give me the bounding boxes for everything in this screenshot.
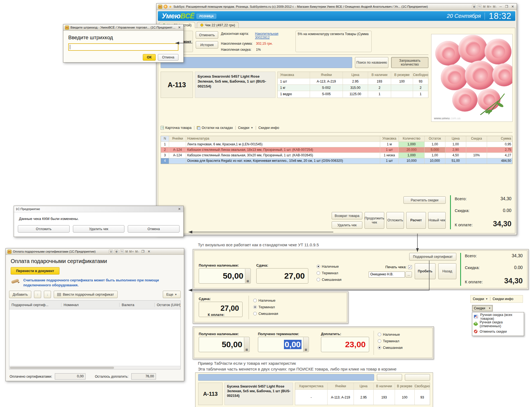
gift-certificates-window: 1С Оплата подарочными сертификатами (1С:… [5, 248, 184, 381]
table-row-selected[interactable]: 4 Основа для браслета Regaliz из нат. ко… [161, 158, 512, 164]
link-discounts-info[interactable]: Скидки инфо [258, 126, 279, 130]
calculator-icon[interactable]: ▦ [244, 337, 249, 352]
chevron-down-icon: ▼ [251, 126, 253, 129]
menu-item-cancel-discounts[interactable]: Отменить скидки [472, 328, 524, 335]
table-row[interactable]: 3 А-124 Кабошон стеклянный Линза овальна… [161, 153, 512, 158]
cash-received-input[interactable]: 50,00 ▦ [199, 337, 250, 352]
photo-watermark: www.umeu.com.ua [434, 117, 460, 120]
link-product-card[interactable]: Карточка товара [161, 126, 192, 130]
memory-buttons[interactable]: M M+ M- [125, 250, 139, 253]
more-button[interactable]: Еще ▼ [163, 291, 181, 298]
kkm-dialog: 1С:Предприятие ✕ Данные чека ККМ были из… [14, 206, 184, 237]
cancel-card-button[interactable]: Отменить [196, 31, 218, 39]
maximize-icon[interactable]: ❐ [141, 250, 145, 253]
cut-button[interactable] [377, 374, 402, 381]
add-button[interactable]: Добавить [9, 291, 31, 298]
cut-button[interactable] [405, 374, 430, 381]
product-stock-table: Упаковка Ячейки Цена В наличии В резерве… [277, 72, 428, 98]
memory-buttons[interactable]: M M+ M- [483, 5, 497, 8]
radio-mixed[interactable]: Смешанная [378, 346, 403, 350]
product-search-input[interactable] [161, 57, 352, 68]
radio-terminal[interactable]: Терминал [378, 339, 403, 343]
text-cursor [70, 45, 70, 49]
table-row[interactable]: - А-113; А-219 2.95 193 100 93 [295, 390, 430, 405]
menu-item-manual-discount-marked[interactable]: Ручная скидка (отмеченных) [472, 320, 524, 328]
cashier-input[interactable]: Онищенко Н.В. [369, 272, 405, 278]
close-icon[interactable]: ✕ [510, 5, 515, 9]
certificates-table-body[interactable] [9, 309, 180, 366]
transfer-to-document-button[interactable]: Перенести в документ [11, 267, 59, 275]
back-button[interactable]: Назад [438, 263, 456, 279]
table-row[interactable]: 1 ведро S-005 1125.00 1 1 [278, 91, 428, 97]
star-icon[interactable]: ★ [169, 5, 172, 9]
cancel-button[interactable]: Отмена [128, 225, 180, 233]
cashier-select-button[interactable]: ... [405, 272, 412, 278]
close-icon[interactable]: ✕ [177, 26, 182, 29]
tab-check-22[interactable]: Чек 22 (497,22 грн) [197, 22, 239, 28]
radio-mixed[interactable]: Смешанная [253, 312, 278, 316]
link-discounts[interactable]: Скидки ▼ [473, 297, 488, 301]
delete-check-button[interactable]: Удалить чек [73, 225, 125, 233]
minimize-icon[interactable]: ─ [498, 5, 503, 9]
radio-cash[interactable]: Наличные [378, 332, 403, 337]
menu-item-manual-discount-all[interactable]: % Ручная скидка (всех товаров) [472, 313, 524, 320]
ask-quantity-button[interactable]: Запрашивать количество [391, 57, 428, 68]
grid-icon[interactable]: ▦ [472, 5, 476, 9]
barcode-input[interactable] [68, 43, 178, 51]
cancel-button[interactable]: Отмена [158, 54, 178, 61]
move-down-button[interactable]: ↓ [44, 291, 51, 298]
scanner-hint: Считывание подарочного сертификата может… [23, 278, 179, 287]
gift-certificate-button[interactable]: Подарочный сертификат [409, 253, 456, 261]
ok-button[interactable]: ОК [143, 54, 156, 61]
table-row[interactable]: 2 А-124 Кабошон стеклянный Линза овальна… [161, 147, 512, 153]
print-check-checkbox[interactable]: ✓ [408, 265, 412, 269]
calculator-icon[interactable]: ▦ [303, 337, 308, 352]
discounts-dropdown-menu: % Ручная скидка (всех товаров) Ручная ск… [472, 312, 524, 336]
history-button[interactable]: История [196, 41, 218, 49]
continue-check-button[interactable]: Продолжить чек [365, 212, 384, 229]
search-by-name-button[interactable]: Поиск по названию [355, 57, 388, 68]
return-goods-button[interactable]: Возврат товара [332, 212, 362, 219]
cash-received-input[interactable]: 50,00 ▦ [199, 268, 251, 284]
barcode-icon [57, 293, 61, 296]
calendar-icon[interactable]: 31 [477, 5, 482, 9]
table-row[interactable]: 1 кг S-002 315.00 2 2 [278, 85, 428, 91]
link-discounts[interactable]: Скидки ▼ [238, 126, 253, 130]
maximize-icon[interactable]: ❐ [504, 5, 509, 9]
postpone-button[interactable]: Отложить [386, 212, 404, 229]
close-icon[interactable]: ✕ [147, 250, 151, 253]
scrollbar-thumb[interactable] [10, 367, 114, 369]
card-number-link[interactable]: Накопительная 30022812 [255, 32, 293, 39]
terminal-received-input[interactable]: 0,00 ▦ [258, 337, 309, 352]
new-check-button[interactable]: Новый чек [428, 212, 446, 229]
postpone-button[interactable]: Отложить [18, 225, 70, 233]
table-row[interactable]: 1 Лента парчовая, 6 мм, Красная,1 м (LEN… [161, 142, 512, 147]
dropdown-circle-icon[interactable]: ▾ [164, 5, 167, 9]
header-date: 20 Сентября [447, 13, 481, 19]
close-icon[interactable]: ✕ [177, 207, 182, 211]
calculator-percent-icon: % [474, 315, 478, 318]
radio-cash[interactable]: Наличные [317, 264, 342, 268]
link-discounts-info[interactable]: Скидки инфо [493, 297, 513, 301]
calculator-icon[interactable]: ▦ [245, 269, 250, 283]
radio-terminal[interactable]: Терминал [317, 271, 342, 275]
table-row[interactable]: 1 шт А-113; А-219 2.95 193 100 93 [278, 78, 428, 85]
calculate-discounts-button[interactable]: Расчитать скидки [403, 196, 446, 204]
calendar-icon[interactable]: 31 [120, 250, 124, 253]
radio-terminal[interactable]: Терминал [253, 305, 278, 309]
punch-button[interactable]: Пробить [415, 263, 436, 279]
delete-check-button[interactable]: Удалить чек [332, 221, 362, 229]
horizontal-scrollbar[interactable] [9, 366, 180, 369]
move-up-button[interactable]: ↑ [34, 291, 41, 298]
discounts-dropdown-button[interactable]: Скидки ▼ [472, 305, 493, 312]
radio-cash[interactable]: Наличные [253, 298, 278, 303]
print-icon[interactable]: ▤ [109, 250, 113, 253]
radio-mixed[interactable]: Смешанная [317, 278, 342, 282]
grid-icon[interactable]: ▦ [114, 250, 118, 253]
enter-gift-certificate-button[interactable]: Ввести подарочный сертификат [54, 291, 117, 298]
link-warehouse-stock[interactable]: Остатки на складах [197, 126, 233, 130]
gift-footer: Оплачено сертификатами: 0,00 Осталось до… [10, 373, 180, 380]
product-search-input[interactable] [198, 374, 374, 381]
change-field: 27,00 К оплате: [199, 302, 243, 317]
calculate-button[interactable]: Расчет [406, 212, 426, 229]
